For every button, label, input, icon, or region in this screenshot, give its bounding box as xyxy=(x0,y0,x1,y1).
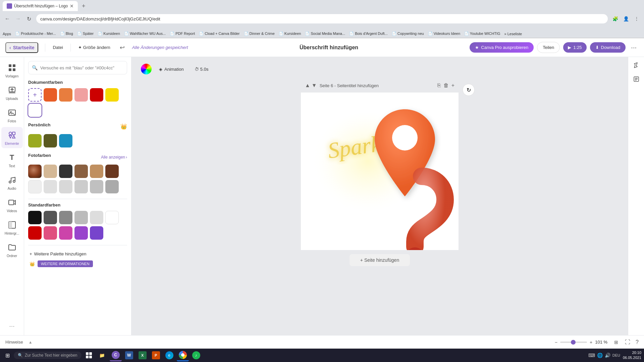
help-button[interactable]: ? xyxy=(636,339,639,345)
photo-color-medium-gray[interactable] xyxy=(105,180,119,193)
taskbar-keyboard-icon[interactable]: ⌨ xyxy=(588,353,595,358)
color-search-input[interactable] xyxy=(40,65,123,70)
taskbar-speaker-icon[interactable]: 🔊 xyxy=(605,353,610,358)
sidebar-item-fotos[interactable]: Fotos xyxy=(1,105,23,126)
std-color-lighter-gray[interactable] xyxy=(90,211,103,224)
share-button[interactable]: Teilen xyxy=(537,42,560,53)
photo-color-light-gray2[interactable] xyxy=(59,180,72,193)
sidebar-item-text[interactable]: T Text xyxy=(1,149,23,171)
taskbar-excel[interactable]: X xyxy=(137,349,149,361)
taskbar-search[interactable]: 🔍 Zur Suche Text hier eingeben xyxy=(14,352,82,359)
file-menu-button[interactable]: Datei xyxy=(49,43,66,52)
add-page-action-button[interactable]: + xyxy=(451,82,454,88)
bookmark-spaeter[interactable]: 📄 Später xyxy=(77,32,94,36)
zoom-out-button[interactable]: − xyxy=(555,340,557,345)
personal-color-teal-blue[interactable] xyxy=(59,134,72,147)
taskbar-chrome[interactable] xyxy=(177,349,189,361)
bookmark-copywriting[interactable]: 📄 Copywriting neu xyxy=(392,32,424,36)
std-color-red[interactable] xyxy=(28,226,42,240)
add-color-button[interactable]: + xyxy=(28,88,42,102)
sidebar-item-uploads[interactable]: Uploads xyxy=(1,82,23,103)
sidebar-item-audio[interactable]: Audio xyxy=(1,172,23,193)
more-tools-button[interactable]: ··· xyxy=(9,322,15,330)
doc-color-white[interactable] xyxy=(28,104,42,117)
add-palette-button[interactable]: + Weitere Palette hinzufügen xyxy=(28,249,127,259)
bookmark-kursideen2[interactable]: 📄 Kursideen xyxy=(279,32,301,36)
add-page-button[interactable]: + Seite hinzufügen xyxy=(350,254,410,266)
expand-button[interactable]: ⛶ xyxy=(625,339,630,345)
color-wheel-button[interactable] xyxy=(141,64,152,74)
photo-color-tan[interactable] xyxy=(90,165,103,178)
bookmark-kursideen[interactable]: 📄 Kursideen xyxy=(98,32,120,36)
play-button[interactable]: ▶ 1:25 xyxy=(563,42,586,53)
delete-page-button[interactable]: 🗑 xyxy=(443,82,449,88)
windows-start-button[interactable]: ⊞ xyxy=(3,351,12,360)
page-down-button[interactable]: ▼ xyxy=(312,82,317,88)
more-options-button[interactable]: ··· xyxy=(629,42,639,53)
notes-button[interactable] xyxy=(630,73,642,85)
photo-color-white1[interactable] xyxy=(28,180,42,193)
taskbar-powerpoint[interactable]: P xyxy=(150,349,162,361)
std-color-magenta[interactable] xyxy=(59,226,72,240)
sidebar-item-ordner[interactable]: Ordner xyxy=(1,239,23,260)
bookmark-canva-bilder[interactable]: 📄 Cload + Canva Bilder xyxy=(199,32,239,36)
std-color-purple[interactable] xyxy=(90,226,103,240)
std-color-violet[interactable] xyxy=(74,226,88,240)
new-tab-button[interactable]: + xyxy=(79,3,88,10)
sidebar-item-elemente[interactable]: Elemente xyxy=(1,127,23,148)
std-color-gray[interactable] xyxy=(59,211,72,224)
canva-pro-button[interactable]: ★ Canva Pro ausprobieren xyxy=(470,42,534,53)
download-button[interactable]: ⬇ Download xyxy=(590,42,626,53)
photo-color-light-gray4[interactable] xyxy=(90,180,103,193)
duration-button[interactable]: ⏱ 5.0s xyxy=(191,65,212,74)
std-color-light-gray[interactable] xyxy=(74,211,88,224)
see-all-link[interactable]: Alle anzeigen › xyxy=(101,155,127,160)
back-to-home-button[interactable]: ‹ Startseite xyxy=(5,42,38,53)
doc-color-yellow[interactable] xyxy=(105,88,119,102)
sidebar-item-videos[interactable]: Videos xyxy=(1,194,23,216)
grid-view-button[interactable]: ⊞ xyxy=(613,338,620,346)
std-color-black[interactable] xyxy=(28,211,42,224)
personal-color-dark-olive[interactable] xyxy=(44,134,57,147)
profile-button[interactable]: 👤 xyxy=(621,14,631,23)
bookmark-produktsuche[interactable]: 📄 Produktsuche - Mer... xyxy=(15,32,56,36)
hints-button[interactable]: Hinweise xyxy=(5,340,23,345)
taskbar-file-explorer[interactable]: 📁 xyxy=(96,349,108,361)
canvas-page[interactable]: Sparkle xyxy=(301,93,459,250)
bookmark-social[interactable]: 📄 Social Media Mana... xyxy=(305,32,345,36)
doc-color-orange[interactable] xyxy=(59,88,72,102)
bookmark-wahlfaecher[interactable]: 📄 Wahlfächer WU Aus... xyxy=(124,32,166,36)
std-color-dark-gray[interactable] xyxy=(44,211,57,224)
active-tab[interactable]: Überschrift hinzufügen – Logo ✕ xyxy=(3,1,78,11)
photo-color-dark-brown[interactable] xyxy=(105,165,119,178)
zoom-slider[interactable] xyxy=(560,342,587,343)
photo-color-dark-gray[interactable] xyxy=(59,165,72,178)
copy-page-button[interactable]: ⎘ xyxy=(437,82,441,88)
more-chrome-button[interactable]: ⋮ xyxy=(632,14,641,23)
doc-color-pink[interactable] xyxy=(74,88,88,102)
std-color-white[interactable] xyxy=(105,211,119,224)
bookmark-blog[interactable]: 📄 Blog xyxy=(60,32,73,36)
undo-button[interactable]: ↩ xyxy=(118,42,127,53)
sidebar-item-hintergruende[interactable]: Hintergr... xyxy=(1,217,23,238)
bookmark-apps[interactable]: Apps xyxy=(3,32,11,36)
taskbar-datetime[interactable]: 20:10 06.05.2021 xyxy=(623,350,641,361)
photo-thumbnail[interactable] xyxy=(28,165,42,178)
bookmark-bois[interactable]: 📄 Bois d'Argent Duft... xyxy=(349,32,388,36)
page-up-button[interactable]: ▲ xyxy=(305,82,310,88)
personal-color-olive-yellow[interactable] xyxy=(28,134,42,147)
sidebar-item-vorlagen[interactable]: Vorlagen xyxy=(1,60,23,81)
more-info-button[interactable]: WEITERE INFORMATIONEN xyxy=(38,260,93,267)
bookmark-leseliste[interactable]: » Leseliste xyxy=(504,32,522,36)
resize-button[interactable]: ✦ Größe ändern xyxy=(75,43,114,52)
photo-color-light-gray1[interactable] xyxy=(44,180,57,193)
address-input[interactable] xyxy=(36,14,608,23)
taskbar-edge[interactable]: e xyxy=(163,349,175,361)
bookmark-dinner[interactable]: 📄 Dinner & Crime xyxy=(244,32,275,36)
bookmark-videokurs[interactable]: 📄 Videokurs Ideen xyxy=(428,32,460,36)
taskbar-canva[interactable]: C xyxy=(110,349,122,361)
doc-color-orange-red[interactable] xyxy=(44,88,57,102)
photo-color-medium-brown[interactable] xyxy=(74,165,88,178)
doc-color-red[interactable] xyxy=(90,88,103,102)
taskbar-spotify[interactable]: ♪ xyxy=(190,349,202,361)
